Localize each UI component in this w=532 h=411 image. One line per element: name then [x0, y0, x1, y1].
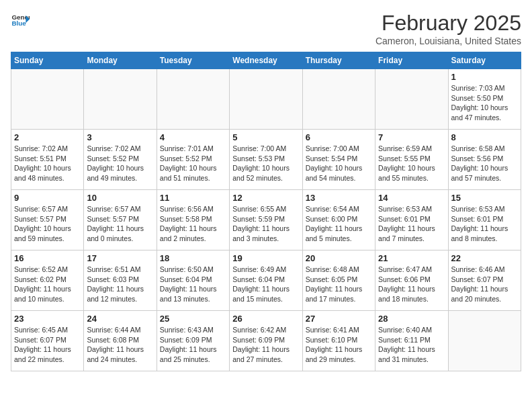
day-info: Sunrise: 6:44 AM Sunset: 6:08 PM Dayligh…: [87, 325, 153, 365]
day-number: 18: [160, 253, 226, 263]
day-number: 1: [451, 72, 518, 82]
day-info: Sunrise: 7:02 AM Sunset: 5:52 PM Dayligh…: [87, 144, 153, 183]
calendar-cell: 22Sunrise: 6:46 AM Sunset: 6:07 PM Dayli…: [448, 250, 521, 311]
calendar-week-row: 2Sunrise: 7:02 AM Sunset: 5:51 PM Daylig…: [11, 130, 521, 190]
day-info: Sunrise: 6:43 AM Sunset: 6:09 PM Dayligh…: [160, 325, 226, 365]
calendar-cell: 10Sunrise: 6:57 AM Sunset: 5:57 PM Dayli…: [84, 190, 157, 250]
title-block: February 2025 Cameron, Louisiana, United…: [375, 11, 521, 46]
weekday-header: Monday: [84, 52, 157, 69]
calendar-cell: [230, 69, 302, 130]
day-number: 6: [306, 132, 372, 142]
calendar-cell: 14Sunrise: 6:53 AM Sunset: 6:01 PM Dayli…: [375, 190, 448, 250]
calendar-cell: 16Sunrise: 6:52 AM Sunset: 6:02 PM Dayli…: [11, 250, 84, 311]
day-number: 9: [14, 193, 81, 203]
day-info: Sunrise: 6:41 AM Sunset: 6:10 PM Dayligh…: [306, 325, 372, 365]
calendar-cell: [302, 69, 375, 130]
calendar-week-row: 9Sunrise: 6:57 AM Sunset: 5:57 PM Daylig…: [11, 190, 521, 250]
calendar-cell: 11Sunrise: 6:56 AM Sunset: 5:58 PM Dayli…: [157, 190, 229, 250]
day-info: Sunrise: 6:57 AM Sunset: 5:57 PM Dayligh…: [87, 204, 153, 244]
calendar-cell: 8Sunrise: 6:58 AM Sunset: 5:56 PM Daylig…: [448, 130, 521, 190]
day-info: Sunrise: 6:53 AM Sunset: 6:01 PM Dayligh…: [451, 204, 518, 244]
calendar-cell: 17Sunrise: 6:51 AM Sunset: 6:03 PM Dayli…: [84, 250, 157, 311]
calendar-week-row: 1Sunrise: 7:03 AM Sunset: 5:50 PM Daylig…: [11, 69, 521, 130]
day-number: 26: [232, 314, 299, 324]
calendar-cell: [84, 69, 157, 130]
day-info: Sunrise: 6:49 AM Sunset: 6:04 PM Dayligh…: [232, 265, 299, 304]
calendar-cell: 1Sunrise: 7:03 AM Sunset: 5:50 PM Daylig…: [448, 69, 521, 130]
day-info: Sunrise: 7:02 AM Sunset: 5:51 PM Dayligh…: [14, 144, 81, 183]
calendar-cell: 23Sunrise: 6:45 AM Sunset: 6:07 PM Dayli…: [11, 311, 84, 371]
calendar-subtitle: Cameron, Louisiana, United States: [375, 36, 521, 46]
calendar-table: SundayMondayTuesdayWednesdayThursdayFrid…: [11, 52, 521, 371]
calendar-cell: 15Sunrise: 6:53 AM Sunset: 6:01 PM Dayli…: [448, 190, 521, 250]
calendar-cell: 18Sunrise: 6:50 AM Sunset: 6:04 PM Dayli…: [157, 250, 229, 311]
weekday-header: Wednesday: [230, 52, 302, 69]
weekday-header: Thursday: [302, 52, 375, 69]
logo-icon: General Blue: [11, 11, 30, 30]
day-number: 19: [232, 253, 299, 263]
calendar-cell: 4Sunrise: 7:01 AM Sunset: 5:52 PM Daylig…: [157, 130, 229, 190]
logo: General Blue: [11, 11, 30, 30]
day-info: Sunrise: 7:01 AM Sunset: 5:52 PM Dayligh…: [160, 144, 226, 183]
day-number: 20: [306, 253, 372, 263]
weekday-header: Tuesday: [157, 52, 229, 69]
day-number: 4: [160, 132, 226, 142]
day-number: 22: [451, 253, 518, 263]
day-info: Sunrise: 7:00 AM Sunset: 5:53 PM Dayligh…: [232, 144, 299, 183]
calendar-cell: 2Sunrise: 7:02 AM Sunset: 5:51 PM Daylig…: [11, 130, 84, 190]
calendar-cell: 26Sunrise: 6:42 AM Sunset: 6:09 PM Dayli…: [230, 311, 302, 371]
day-number: 13: [306, 193, 372, 203]
day-info: Sunrise: 6:51 AM Sunset: 6:03 PM Dayligh…: [87, 265, 153, 304]
calendar-cell: [375, 69, 448, 130]
calendar-title: February 2025: [375, 11, 521, 36]
calendar-cell: 21Sunrise: 6:47 AM Sunset: 6:06 PM Dayli…: [375, 250, 448, 311]
day-info: Sunrise: 6:58 AM Sunset: 5:56 PM Dayligh…: [451, 144, 518, 183]
day-number: 2: [14, 132, 81, 142]
day-info: Sunrise: 6:46 AM Sunset: 6:07 PM Dayligh…: [451, 265, 518, 304]
calendar-cell: 27Sunrise: 6:41 AM Sunset: 6:10 PM Dayli…: [302, 311, 375, 371]
day-info: Sunrise: 6:53 AM Sunset: 6:01 PM Dayligh…: [378, 204, 445, 244]
calendar-week-row: 23Sunrise: 6:45 AM Sunset: 6:07 PM Dayli…: [11, 311, 521, 371]
weekday-header: Friday: [375, 52, 448, 69]
calendar-cell: 19Sunrise: 6:49 AM Sunset: 6:04 PM Dayli…: [230, 250, 302, 311]
day-info: Sunrise: 7:03 AM Sunset: 5:50 PM Dayligh…: [451, 83, 518, 123]
day-number: 25: [160, 314, 226, 324]
day-number: 12: [232, 193, 299, 203]
calendar-cell: 6Sunrise: 7:00 AM Sunset: 5:54 PM Daylig…: [302, 130, 375, 190]
calendar-cell: [448, 311, 521, 371]
day-number: 21: [378, 253, 445, 263]
calendar-cell: [157, 69, 229, 130]
day-info: Sunrise: 6:54 AM Sunset: 6:00 PM Dayligh…: [306, 204, 372, 244]
calendar-cell: 5Sunrise: 7:00 AM Sunset: 5:53 PM Daylig…: [230, 130, 302, 190]
calendar-cell: 7Sunrise: 6:59 AM Sunset: 5:55 PM Daylig…: [375, 130, 448, 190]
calendar-header: SundayMondayTuesdayWednesdayThursdayFrid…: [11, 52, 521, 69]
calendar-cell: 3Sunrise: 7:02 AM Sunset: 5:52 PM Daylig…: [84, 130, 157, 190]
day-number: 11: [160, 193, 226, 203]
day-number: 28: [378, 314, 445, 324]
calendar-cell: 25Sunrise: 6:43 AM Sunset: 6:09 PM Dayli…: [157, 311, 229, 371]
day-number: 15: [451, 193, 518, 203]
calendar-cell: 12Sunrise: 6:55 AM Sunset: 5:59 PM Dayli…: [230, 190, 302, 250]
day-number: 24: [87, 314, 153, 324]
calendar-cell: 9Sunrise: 6:57 AM Sunset: 5:57 PM Daylig…: [11, 190, 84, 250]
day-number: 7: [378, 132, 445, 142]
day-number: 23: [14, 314, 81, 324]
day-info: Sunrise: 6:48 AM Sunset: 6:05 PM Dayligh…: [306, 265, 372, 304]
day-number: 16: [14, 253, 81, 263]
day-info: Sunrise: 6:56 AM Sunset: 5:58 PM Dayligh…: [160, 204, 226, 244]
day-number: 17: [87, 253, 153, 263]
weekday-header: Saturday: [448, 52, 521, 69]
calendar-week-row: 16Sunrise: 6:52 AM Sunset: 6:02 PM Dayli…: [11, 250, 521, 311]
calendar-cell: 24Sunrise: 6:44 AM Sunset: 6:08 PM Dayli…: [84, 311, 157, 371]
day-info: Sunrise: 6:42 AM Sunset: 6:09 PM Dayligh…: [232, 325, 299, 365]
day-number: 27: [306, 314, 372, 324]
day-info: Sunrise: 6:50 AM Sunset: 6:04 PM Dayligh…: [160, 265, 226, 304]
day-info: Sunrise: 6:45 AM Sunset: 6:07 PM Dayligh…: [14, 325, 81, 365]
day-info: Sunrise: 6:47 AM Sunset: 6:06 PM Dayligh…: [378, 265, 445, 304]
day-number: 5: [232, 132, 299, 142]
calendar-cell: [11, 69, 84, 130]
day-info: Sunrise: 7:00 AM Sunset: 5:54 PM Dayligh…: [306, 144, 372, 183]
svg-text:Blue: Blue: [11, 19, 26, 27]
day-info: Sunrise: 6:57 AM Sunset: 5:57 PM Dayligh…: [14, 204, 81, 244]
day-number: 8: [451, 132, 518, 142]
